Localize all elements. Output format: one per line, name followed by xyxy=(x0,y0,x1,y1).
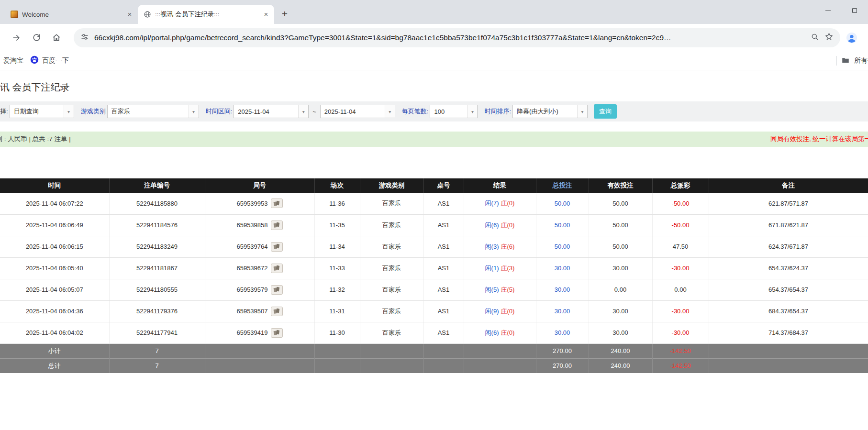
address-bar[interactable]: 66cxkj98.com/ipl/portal.php/game/betreco… xyxy=(74,28,840,47)
sort-order-value: 降幕(由大到小) xyxy=(513,105,577,118)
cell-time: 2025-11-04 06:06:49 xyxy=(0,214,109,236)
round-number: 659539858 xyxy=(236,221,267,229)
cell-round: 659539579 xyxy=(205,279,314,300)
report-type-select[interactable]: 日期查询 ▾ xyxy=(10,105,74,118)
cell-time: 2025-11-04 06:07:22 xyxy=(0,193,109,214)
total-bet-link[interactable]: 50.00 xyxy=(555,243,570,250)
bet-table-body: 2025-11-04 06:07:22522941185880659539953… xyxy=(0,193,868,343)
page-content: 视讯 会员下注纪录 选择: 日期查询 ▾ 游戏类别 百家乐 ▾ 时间区间: 20… xyxy=(0,81,868,373)
new-tab-button[interactable]: + xyxy=(278,7,291,21)
search-button[interactable]: 查询 xyxy=(594,104,617,119)
zoom-icon[interactable] xyxy=(811,33,819,43)
game-type-value: 百家乐 xyxy=(108,105,189,118)
cell-total-bet: 30.00 xyxy=(536,322,589,343)
cell-total-bet: 50.00 xyxy=(536,193,589,214)
cell-valid-bet: 50.00 xyxy=(589,214,652,236)
window-controls xyxy=(814,0,868,21)
welcome-favicon xyxy=(11,11,18,18)
cell-session: 11-34 xyxy=(314,236,360,257)
result-banker: 庄(0) xyxy=(501,221,515,229)
cell-table-no: AS1 xyxy=(423,279,464,300)
game-type-select[interactable]: 百家乐 ▾ xyxy=(107,105,199,118)
result-player: 闲(5) xyxy=(485,286,499,293)
summary-note: 同局有效投注, 统一计算在该局第一张注 xyxy=(770,135,868,143)
minimize-button[interactable] xyxy=(814,0,841,21)
close-icon[interactable]: × xyxy=(125,10,134,19)
reload-button[interactable] xyxy=(28,29,45,46)
cell-table-no: AS1 xyxy=(423,214,464,236)
page-size-value: 100 xyxy=(430,105,467,118)
total-bet-link[interactable]: 50.00 xyxy=(555,200,570,207)
footer-empty xyxy=(314,358,360,373)
view-cards-button[interactable] xyxy=(271,328,283,338)
cell-payout: -50.00 xyxy=(652,193,709,214)
sort-order-label: 时间排序: xyxy=(484,107,511,116)
all-bookmarks[interactable]: 所有书签 xyxy=(836,51,868,70)
globe-icon xyxy=(144,11,151,18)
total-bet-link[interactable]: 30.00 xyxy=(555,265,570,272)
cell-time: 2025-11-04 06:05:07 xyxy=(0,279,109,300)
table-row: 2025-11-04 06:04:36522941179376659539507… xyxy=(0,300,868,322)
footer-empty xyxy=(709,358,868,373)
cell-result: 闲(9)庄(0) xyxy=(464,300,536,322)
footer-empty xyxy=(205,343,314,358)
cell-valid-bet: 30.00 xyxy=(589,300,652,322)
cell-game-type: 百家乐 xyxy=(360,236,423,257)
date-from-value: 2025-11-04 xyxy=(234,105,298,118)
divider xyxy=(836,56,837,66)
maximize-button[interactable] xyxy=(841,0,868,21)
total-bet-link[interactable]: 30.00 xyxy=(555,308,570,315)
page-size-select[interactable]: 100 ▾ xyxy=(430,105,478,118)
col-session: 场次 xyxy=(314,178,360,193)
site-info-icon[interactable] xyxy=(80,33,89,43)
minimize-icon xyxy=(825,11,831,11)
view-cards-button[interactable] xyxy=(271,221,283,230)
date-from-select[interactable]: 2025-11-04 ▾ xyxy=(234,105,309,118)
total-bet-link[interactable]: 30.00 xyxy=(555,329,570,336)
maximize-icon xyxy=(852,8,857,13)
view-cards-button[interactable] xyxy=(271,242,283,252)
bookmark-baidu[interactable]: 百度一下 xyxy=(27,54,72,67)
bet-table-foot: 小计7270.00240.00-142.50总计7270.00240.00-14… xyxy=(0,343,868,373)
result-player: 闲(6) xyxy=(485,329,499,336)
cell-bet-id: 522941184576 xyxy=(109,214,205,236)
total-bet-link[interactable]: 30.00 xyxy=(555,286,570,293)
forward-button[interactable] xyxy=(8,29,25,46)
cell-session: 11-33 xyxy=(314,257,360,279)
page-size-label: 每页笔数: xyxy=(402,107,429,116)
bookmark-aitaobao[interactable]: 爱淘宝 xyxy=(0,54,27,67)
cell-round: 659539858 xyxy=(205,214,314,236)
view-cards-button[interactable] xyxy=(271,264,283,273)
bookmark-label: 百度一下 xyxy=(42,56,69,65)
sort-order-select[interactable]: 降幕(由大到小) ▾ xyxy=(512,105,588,118)
cell-game-type: 百家乐 xyxy=(360,300,423,322)
round-number: 659539672 xyxy=(236,265,267,272)
close-icon[interactable]: × xyxy=(262,10,270,19)
footer-valid-bet: 240.00 xyxy=(589,343,652,358)
result-banker: 庄(0) xyxy=(501,308,515,315)
cell-remark: 684.37/654.37 xyxy=(709,300,868,322)
col-bet-id: 注单编号 xyxy=(109,178,205,193)
bookmark-star-icon[interactable] xyxy=(824,32,834,43)
view-cards-button[interactable] xyxy=(271,285,283,295)
footer-label: 总计 xyxy=(0,358,109,373)
tab-welcome[interactable]: Welcome × xyxy=(5,5,138,24)
cell-payout: -30.00 xyxy=(652,257,709,279)
home-button[interactable] xyxy=(48,29,65,46)
view-cards-button[interactable] xyxy=(271,198,283,208)
bookmark-label: 爱淘宝 xyxy=(3,56,23,65)
total-bet-link[interactable]: 50.00 xyxy=(555,221,570,229)
view-cards-button[interactable] xyxy=(271,307,283,316)
date-to-select[interactable]: 2025-11-04 ▾ xyxy=(320,105,395,118)
filter-bar: 选择: 日期查询 ▾ 游戏类别 百家乐 ▾ 时间区间: 2025-11-04 ▾… xyxy=(0,101,868,121)
tab-betrecord[interactable]: :::视讯 会员下注纪录::: × xyxy=(138,5,274,24)
cell-total-bet: 30.00 xyxy=(536,300,589,322)
cell-game-type: 百家乐 xyxy=(360,257,423,279)
footer-total-bet: 270.00 xyxy=(536,358,589,373)
cell-result: 闲(6)庄(0) xyxy=(464,214,536,236)
folder-icon xyxy=(841,56,850,66)
result-banker: 庄(6) xyxy=(501,243,515,250)
cell-time: 2025-11-04 06:04:02 xyxy=(0,322,109,343)
profile-avatar[interactable] xyxy=(842,28,861,47)
col-total-bet[interactable]: 总投注 xyxy=(536,178,589,193)
